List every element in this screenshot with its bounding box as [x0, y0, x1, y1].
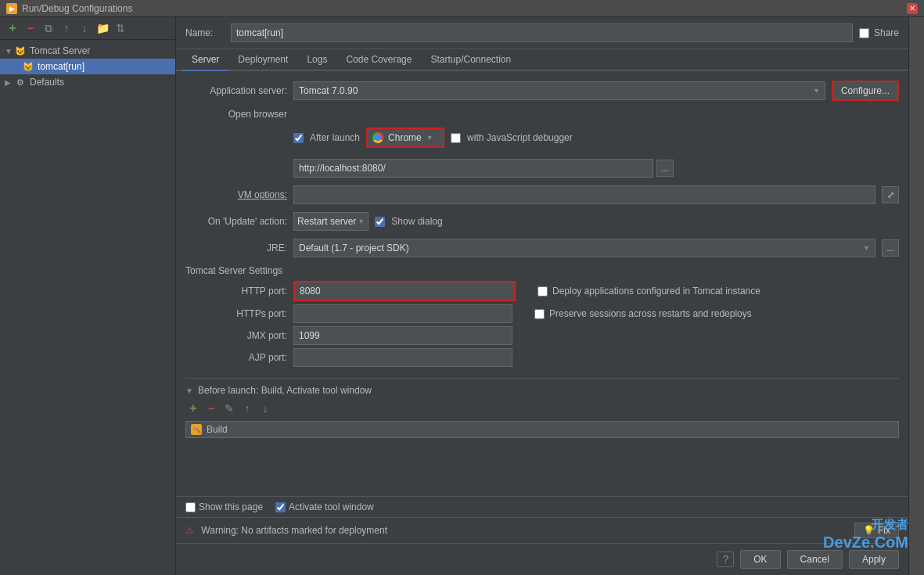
vm-options-input[interactable] — [293, 185, 875, 204]
warning-content: ⚠ Warning: No artifacts marked for deplo… — [185, 525, 387, 536]
chrome-icon — [372, 132, 383, 143]
tab-code-coverage[interactable]: Code Coverage — [336, 49, 421, 71]
move-down-button[interactable]: ↓ — [77, 20, 92, 36]
http-port-wrapper — [293, 281, 516, 301]
jmx-port-label: JMX port: — [185, 330, 287, 341]
activate-tool-window-checkbox[interactable] — [275, 502, 286, 512]
title-text: Run/Debug Configurations — [22, 3, 907, 14]
before-launch-toolbar: + − ✎ ↑ ↓ — [185, 401, 899, 416]
build-item: 🔨 Build — [185, 421, 899, 438]
defaults-expand-icon: ▶ — [5, 78, 14, 87]
vm-expand-button[interactable]: ⤢ — [882, 186, 899, 203]
preserve-sessions-row: Preserve sessions across restarts and re… — [534, 308, 752, 319]
url-ellipsis-button[interactable]: ... — [656, 160, 674, 177]
vm-options-row: VM options: ⤢ — [185, 185, 899, 204]
http-port-row: HTTP port: Deploy applications configure… — [185, 281, 899, 301]
tab-content: Application server: Tomcat 7.0.90 ▼ Conf… — [176, 71, 908, 496]
show-dialog-checkbox[interactable] — [375, 217, 385, 227]
bl-edit-button[interactable]: ✎ — [221, 401, 237, 416]
activate-tool-window-row: Activate tool window — [275, 501, 374, 512]
tab-logs[interactable]: Logs — [297, 49, 336, 71]
bl-add-button[interactable]: + — [185, 401, 201, 416]
app-server-label: Application server: — [185, 85, 287, 96]
share-label: Share — [874, 27, 899, 38]
browser-dropdown[interactable]: Chrome ▼ — [366, 128, 444, 148]
name-input[interactable] — [231, 23, 853, 42]
show-this-page-checkbox[interactable] — [185, 502, 196, 512]
app-server-dropdown[interactable]: Tomcat 7.0.90 ▼ — [293, 81, 825, 100]
action-buttons-row: ? OK Cancel Apply — [176, 543, 908, 575]
on-update-arrow: ▼ — [358, 217, 365, 225]
after-launch-checkbox[interactable] — [293, 133, 304, 143]
before-launch-title: Before launch: Build, Activate tool wind… — [198, 385, 372, 396]
cancel-button[interactable]: Cancel — [787, 550, 843, 569]
browser-row: After launch Chrome ▼ with JavaScript de… — [293, 128, 899, 148]
js-debugger-checkbox[interactable] — [451, 133, 461, 143]
sort-button[interactable]: ⇅ — [113, 20, 128, 36]
build-label: Build — [207, 424, 228, 435]
jre-arrow: ▼ — [863, 244, 870, 252]
folder-button[interactable]: 📁 — [95, 20, 110, 36]
help-button[interactable]: ? — [717, 552, 734, 567]
app-server-value: Tomcat 7.0.90 — [299, 85, 358, 96]
jmx-port-input[interactable] — [293, 326, 512, 345]
title-icon: ▶ — [6, 3, 17, 14]
deploy-apps-checkbox[interactable] — [538, 286, 548, 296]
tree-defaults[interactable]: ▶ ⚙ Defaults — [0, 74, 175, 90]
configure-button[interactable]: Configure... — [832, 81, 899, 101]
tomcat-settings-section: Tomcat Server Settings HTTP port: Deploy… — [185, 265, 899, 370]
share-checkbox[interactable] — [859, 28, 869, 38]
on-update-label: On 'Update' action: — [185, 216, 287, 227]
share-area: Share — [859, 27, 899, 38]
https-port-input[interactable] — [293, 304, 512, 323]
main-area: + − ⧉ ↑ ↓ 📁 ⇅ ▼ 🐱 Tomcat Server 🐱 tomcat… — [0, 17, 924, 575]
bl-up-button[interactable]: ↑ — [239, 401, 255, 416]
ajp-port-label: AJP port: — [185, 352, 287, 363]
name-row: Name: Share — [176, 17, 908, 49]
preserve-sessions-checkbox[interactable] — [534, 309, 545, 319]
jre-ellipsis-button[interactable]: ... — [882, 239, 899, 257]
project-toolbar: + − ⧉ ↑ ↓ 📁 ⇅ — [0, 17, 175, 40]
tomcat-settings-title: Tomcat Server Settings — [185, 265, 899, 276]
tab-startup-connection[interactable]: Startup/Connection — [421, 49, 520, 71]
tab-deployment[interactable]: Deployment — [228, 49, 297, 71]
vm-options-label: VM options: — [185, 189, 287, 200]
defaults-icon: ⚙ — [14, 76, 27, 88]
activate-tool-window-label: Activate tool window — [289, 501, 374, 512]
tree-tomcat-run[interactable]: 🐱 tomcat[run] — [0, 59, 175, 74]
fix-button[interactable]: 💡 Fix — [854, 523, 899, 538]
after-launch-label: After launch — [310, 132, 360, 143]
project-panel: + − ⧉ ↑ ↓ 📁 ⇅ ▼ 🐱 Tomcat Server 🐱 tomcat… — [0, 17, 176, 575]
run-debug-configurations-window: ▶ Run/Debug Configurations ✕ + − ⧉ ↑ ↓ 📁… — [0, 0, 924, 575]
before-launch-header: ▼ Before launch: Build, Activate tool wi… — [185, 385, 899, 396]
tab-server[interactable]: Server — [182, 49, 228, 71]
show-this-page-label: Show this page — [199, 501, 263, 512]
close-button[interactable]: ✕ — [907, 3, 918, 14]
http-port-input[interactable] — [295, 282, 514, 300]
bl-remove-button[interactable]: − — [203, 401, 219, 416]
ajp-port-input[interactable] — [293, 348, 512, 367]
apply-button[interactable]: Apply — [849, 550, 899, 569]
bl-down-button[interactable]: ↓ — [257, 401, 273, 416]
copy-config-button[interactable]: ⧉ — [41, 20, 56, 36]
add-config-button[interactable]: + — [5, 20, 20, 36]
expand-icon: ▼ — [5, 47, 14, 56]
https-port-label: HTTPs port: — [185, 308, 287, 319]
right-side-panel — [908, 17, 924, 575]
on-update-row: On 'Update' action: Restart server ▼ Sho… — [185, 212, 899, 231]
tree-tomcat-server-group[interactable]: ▼ 🐱 Tomcat Server — [0, 43, 175, 59]
remove-config-button[interactable]: − — [23, 20, 38, 36]
title-bar: ▶ Run/Debug Configurations ✕ — [0, 0, 924, 17]
config-tree: ▼ 🐱 Tomcat Server 🐱 tomcat[run] ▶ ⚙ Defa… — [0, 40, 175, 575]
on-update-dropdown[interactable]: Restart server ▼ — [293, 212, 369, 231]
deploy-apps-label: Deploy applications configured in Tomcat… — [552, 286, 760, 296]
jre-dropdown[interactable]: Default (1.7 - project SDK) ▼ — [293, 239, 875, 257]
before-launch-section: ▼ Before launch: Build, Activate tool wi… — [185, 378, 899, 438]
before-launch-collapse[interactable]: ▼ — [185, 386, 193, 395]
url-input[interactable] — [293, 159, 653, 178]
http-port-label: HTTP port: — [185, 286, 287, 296]
app-server-row: Application server: Tomcat 7.0.90 ▼ Conf… — [185, 81, 899, 101]
preserve-sessions-label: Preserve sessions across restarts and re… — [549, 308, 752, 319]
ok-button[interactable]: OK — [740, 550, 780, 569]
move-up-button[interactable]: ↑ — [59, 20, 74, 36]
